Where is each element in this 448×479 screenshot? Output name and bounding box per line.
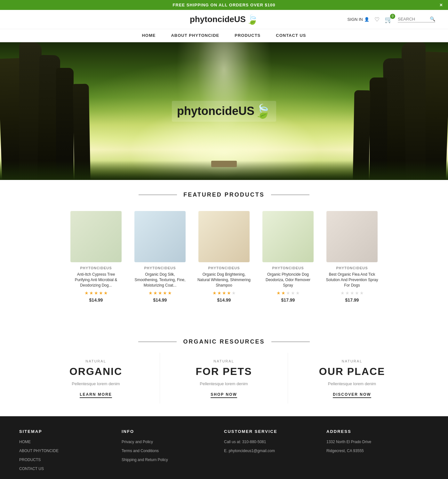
star-icon: ★ xyxy=(281,290,285,296)
product-price-5: $17.99 xyxy=(325,297,379,303)
star-empty-icon: ★ xyxy=(291,290,295,296)
organic-card-desc-2: Pellentesque lorem denim xyxy=(173,381,275,386)
discover-now-button[interactable]: DISCOVER NOW xyxy=(333,392,371,398)
logo-leaf-icon: 🍃 xyxy=(246,14,258,25)
product-stars-2: ★ ★ ★ ★ ★ xyxy=(133,290,187,296)
product-brand-4: PHYTONCIDEUS xyxy=(261,266,315,270)
product-card-1[interactable]: PHYTONCIDEUS Anti-Itch Cypress Tree Puri… xyxy=(64,206,128,308)
product-card-5[interactable]: PHYTONCIDEUS Best Organic Flea And Tick … xyxy=(320,206,384,308)
main-nav: HOME ABOUT PHYTONCIDE PRODUCTS CONTACT U… xyxy=(0,29,448,42)
product-image-5 xyxy=(326,211,378,262)
hero-logo: phytoncideUS 🍃 xyxy=(172,101,276,122)
product-stars-1: ★ ★ ★ ★ ★ xyxy=(69,290,123,296)
product-price-2: $14.99 xyxy=(133,297,187,303)
search-input[interactable] xyxy=(398,17,430,21)
product-brand-3: PHYTONCIDEUS xyxy=(197,266,251,270)
star-empty-icon: ★ xyxy=(345,290,349,296)
bench xyxy=(211,161,237,167)
organic-card-1: NATURAL ORGANIC Pellentesque lorem denim… xyxy=(32,353,160,403)
cart-button[interactable]: 🛒 0 xyxy=(385,16,393,23)
footer-grid: SITEMAP HOME ABOUT PHYTONCIDE PRODUCTS C… xyxy=(19,429,429,475)
star-icon: ★ xyxy=(212,290,217,296)
product-card-3[interactable]: PHYTONCIDEUS Organic Dog Brightening, Na… xyxy=(192,206,256,308)
star-empty-icon: ★ xyxy=(350,290,354,296)
footer-link-contact[interactable]: CONTACT US xyxy=(19,466,115,472)
product-card-4[interactable]: PHYTONCIDEUS Organic Phytoncide Dog Deod… xyxy=(256,206,320,308)
product-brand-5: PHYTONCIDEUS xyxy=(325,266,379,270)
star-icon: ★ xyxy=(84,290,89,296)
top-banner: FREE SHIPPING ON ALL ORDERS OVER $100 × xyxy=(0,0,448,10)
learn-more-button[interactable]: LEARN MORE xyxy=(80,392,112,398)
close-banner-button[interactable]: × xyxy=(440,2,443,8)
product-placeholder-2 xyxy=(134,211,186,262)
logo[interactable]: phytoncideUS 🍃 xyxy=(190,14,258,25)
organic-card-desc-3: Pellentesque lorem denim xyxy=(301,381,403,386)
organic-tag-3: NATURAL xyxy=(301,359,403,363)
footer-link-about[interactable]: ABOUT PHYTONCIDE xyxy=(19,448,115,454)
search-icon[interactable]: 🔍 xyxy=(430,16,435,21)
star-empty-icon: ★ xyxy=(286,290,290,296)
star-empty-icon: ★ xyxy=(355,290,359,296)
star-icon: ★ xyxy=(148,290,153,296)
footer-phone: Call us at: 310-880-5081 xyxy=(224,439,320,445)
organic-card-title-3: OUR PLACE xyxy=(301,366,403,378)
footer-address: ADDRESS 1332 North El Prado Drive Ridgec… xyxy=(326,429,429,475)
nav-products[interactable]: PRODUCTS xyxy=(235,33,260,38)
organic-section: ORGANIC RESOURCES NATURAL ORGANIC Pellen… xyxy=(0,321,448,416)
star-icon: ★ xyxy=(227,290,231,296)
nav-about[interactable]: ABOUT PHYTONCIDE xyxy=(171,33,219,38)
product-price-1: $14.99 xyxy=(69,297,123,303)
footer-info: INFO Privacy and Policy Terms and Condit… xyxy=(122,429,224,475)
product-image-4 xyxy=(262,211,314,262)
star-icon: ★ xyxy=(94,290,98,296)
product-name-1: Anti-Itch Cypress Tree Purifying Anti Mi… xyxy=(69,272,123,288)
footer-info-title: INFO xyxy=(122,429,218,434)
organic-card-2: NATURAL FOR PETS Pellentesque lorem deni… xyxy=(160,353,288,403)
footer-terms-link[interactable]: Terms and Conditions xyxy=(122,448,218,454)
shop-now-button[interactable]: SHOP NOW xyxy=(211,392,237,398)
footer-link-products[interactable]: PRODUCTS xyxy=(19,457,115,463)
product-stars-4: ★ ★ ★ ★ ★ xyxy=(261,290,315,296)
star-icon: ★ xyxy=(99,290,103,296)
star-empty-icon: ★ xyxy=(340,290,345,296)
product-image-1 xyxy=(70,211,122,262)
organic-tag-1: NATURAL xyxy=(45,359,147,363)
footer-email: E. phytoncideus1@gmail.com xyxy=(224,448,320,454)
star-empty-icon: ★ xyxy=(360,290,364,296)
product-placeholder-1 xyxy=(70,211,122,262)
product-name-4: Organic Phytoncide Dog Deodoriza, Odor R… xyxy=(261,272,315,288)
organic-card-title-1: ORGANIC xyxy=(45,366,147,378)
sign-in-button[interactable]: SIGN IN 👤 xyxy=(348,17,369,22)
product-price-3: $14.99 xyxy=(197,297,251,303)
footer-address-line2: Ridgecrest, CA 93555 xyxy=(326,448,422,454)
product-stars-5: ★ ★ ★ ★ ★ xyxy=(325,290,379,296)
footer-privacy-link[interactable]: Privacy and Policy xyxy=(122,439,218,445)
star-icon: ★ xyxy=(163,290,167,296)
footer-link-home[interactable]: HOME xyxy=(19,439,115,445)
hero-section: phytoncideUS 🍃 xyxy=(0,42,448,180)
footer-sitemap: SITEMAP HOME ABOUT PHYTONCIDE PRODUCTS C… xyxy=(19,429,122,475)
product-name-5: Best Organic Flea And Tick Solution And … xyxy=(325,272,379,288)
star-icon: ★ xyxy=(153,290,157,296)
footer-cs-title: CUSTOMER SERVICE xyxy=(224,429,320,434)
product-card-2[interactable]: PHYTONCIDEUS Organic Dog Silk, Smootheni… xyxy=(128,206,192,308)
nav-contact[interactable]: CONTACT US xyxy=(276,33,306,38)
star-icon: ★ xyxy=(217,290,221,296)
footer-customer-service: CUSTOMER SERVICE Call us at: 310-880-508… xyxy=(224,429,326,475)
featured-title: FEATURED PRODUCTS xyxy=(0,180,448,206)
product-brand-1: PHYTONCIDEUS xyxy=(69,266,123,270)
product-placeholder-3 xyxy=(198,211,250,262)
star-empty-icon: ★ xyxy=(296,290,300,296)
product-name-3: Organic Dog Brightening, Natural Whiteni… xyxy=(197,272,251,288)
logo-text: phytoncideUS xyxy=(190,14,246,24)
product-brand-2: PHYTONCIDEUS xyxy=(133,266,187,270)
product-image-3 xyxy=(198,211,250,262)
star-icon: ★ xyxy=(276,290,281,296)
star-empty-icon: ★ xyxy=(232,290,236,296)
footer-shipping-link[interactable]: Shipping and Return Policy xyxy=(122,457,218,463)
header-actions: SIGN IN 👤 ♡ 🛒 0 🔍 xyxy=(348,16,435,23)
wishlist-button[interactable]: ♡ xyxy=(374,16,380,23)
nav-home[interactable]: HOME xyxy=(142,33,156,38)
organic-card-3: NATURAL OUR PLACE Pellentesque lorem den… xyxy=(288,353,416,403)
organic-tag-2: NATURAL xyxy=(173,359,275,363)
